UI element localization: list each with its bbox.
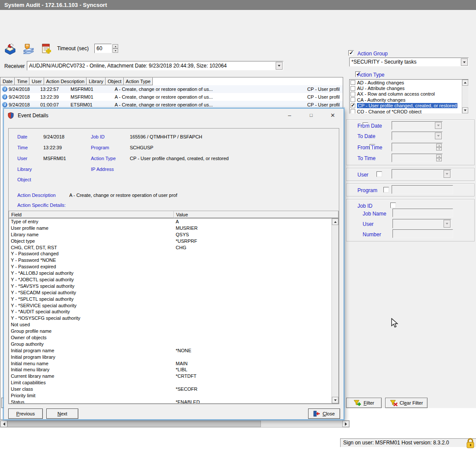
action-group-dropdown-button[interactable] bbox=[461, 58, 468, 66]
action-group-combobox[interactable]: *SECURITY - Security tasks bbox=[349, 58, 469, 67]
table-row[interactable]: i9/24/2018 01:00:07 ETSRM01 A - Create, … bbox=[0, 101, 343, 109]
action-type-option[interactable]: AD - Auditing changes bbox=[350, 80, 462, 85]
action-type-option[interactable]: CP - User profile changed, created, or r… bbox=[350, 103, 462, 109]
from-time-input[interactable] bbox=[392, 143, 443, 151]
scroll-down-button[interactable] bbox=[462, 107, 468, 113]
timeout-input[interactable]: 60 bbox=[94, 44, 112, 53]
detail-row[interactable]: Y - *AUDIT special authority bbox=[9, 309, 331, 315]
minimize-button[interactable]: – bbox=[283, 110, 296, 120]
detail-list-scrollbar[interactable] bbox=[331, 219, 338, 403]
to-time-input[interactable] bbox=[392, 154, 443, 162]
maximize-button[interactable]: □ bbox=[305, 110, 318, 120]
scroll-down-button[interactable] bbox=[332, 397, 338, 403]
column-header[interactable]: Action Description bbox=[44, 77, 87, 85]
detail-row[interactable]: Group authority bbox=[9, 341, 331, 347]
detail-row[interactable]: Not used bbox=[9, 322, 331, 328]
close-button[interactable]: Close bbox=[308, 408, 340, 419]
table-horizontal-scrollbar[interactable] bbox=[0, 420, 350, 428]
detail-row[interactable]: User profile name MUSRIER bbox=[9, 225, 331, 232]
option-checkbox[interactable] bbox=[351, 103, 355, 108]
action-group-checkbox[interactable] bbox=[348, 50, 354, 56]
field-column-header[interactable]: Field bbox=[9, 211, 174, 218]
detail-row[interactable]: Type of entry A bbox=[9, 219, 331, 225]
option-checkbox[interactable] bbox=[351, 92, 355, 96]
detail-row[interactable]: Group profile name bbox=[9, 328, 331, 334]
detail-row[interactable]: Initial program library bbox=[9, 354, 331, 360]
scrollbar-thumb[interactable] bbox=[7, 421, 261, 427]
to-date-dropdown-button[interactable] bbox=[435, 132, 442, 139]
clear-filter-button[interactable]: Clear Filter bbox=[385, 398, 428, 408]
table-row[interactable]: i9/24/2018 13:22:39 MSFRM01 A - Create, … bbox=[0, 93, 343, 101]
action-type-option[interactable]: AX - Row and column access control bbox=[350, 91, 462, 97]
from-date-dropdown-button[interactable] bbox=[435, 122, 442, 129]
detail-row[interactable]: Initial program name *NONE bbox=[9, 347, 331, 354]
next-button[interactable]: Next bbox=[46, 408, 78, 419]
to-time-stepper[interactable] bbox=[436, 154, 442, 161]
action-type-option[interactable]: CA - Authority changes bbox=[350, 97, 462, 103]
detail-row[interactable]: Y - *IOSYSCFG special authority bbox=[9, 315, 331, 322]
scroll-up-button[interactable] bbox=[332, 219, 338, 225]
program-checkbox[interactable] bbox=[383, 187, 389, 193]
job-user-combobox[interactable] bbox=[392, 219, 451, 228]
detail-row[interactable]: CHG, CRT, DST, RST CHG bbox=[9, 244, 331, 251]
detail-row[interactable]: Current library name *CRTDFT bbox=[9, 373, 331, 380]
user-dropdown-button[interactable] bbox=[444, 170, 450, 178]
option-checkbox[interactable] bbox=[351, 97, 355, 102]
detail-row[interactable]: Y - *ALLOBJ special authority bbox=[9, 270, 331, 277]
column-header[interactable]: Library bbox=[87, 77, 106, 85]
table-row[interactable]: i9/24/2018 13:22:57 MSFRM01 A - Create, … bbox=[0, 85, 343, 93]
job-number-input[interactable] bbox=[392, 229, 453, 238]
from-time-stepper[interactable] bbox=[436, 144, 442, 151]
job-name-input[interactable] bbox=[392, 209, 453, 217]
user-checkbox[interactable] bbox=[376, 171, 382, 177]
scroll-up-button[interactable] bbox=[462, 80, 468, 86]
column-header[interactable]: Date bbox=[0, 77, 15, 85]
receiver-dropdown-button[interactable] bbox=[276, 62, 283, 70]
detail-row[interactable]: Priority limit bbox=[9, 392, 331, 399]
detail-row[interactable]: User class *SECOFR bbox=[9, 386, 331, 392]
user-filter-combobox[interactable] bbox=[392, 169, 451, 179]
close-window-button[interactable]: ✕ bbox=[326, 110, 339, 120]
copy-stack-icon[interactable] bbox=[22, 42, 35, 55]
value-column-header[interactable]: Value bbox=[174, 211, 338, 218]
column-header[interactable]: Action Type bbox=[124, 77, 153, 85]
detail-row[interactable]: Y - *SPLCTL special authority bbox=[9, 296, 331, 302]
detail-row[interactable]: Y - *SECADM special authority bbox=[9, 289, 331, 296]
column-header[interactable]: Object bbox=[106, 77, 124, 85]
detail-row[interactable]: Y - Password *NONE bbox=[9, 257, 331, 264]
action-type-option[interactable]: AU - Attribute changes bbox=[350, 85, 462, 91]
timeout-up-button[interactable] bbox=[113, 44, 118, 48]
add-report-icon[interactable] bbox=[40, 42, 54, 55]
program-input[interactable] bbox=[392, 185, 453, 194]
detail-row[interactable]: Y - Password changed bbox=[9, 251, 331, 257]
detail-row[interactable]: Object type *USRPRF bbox=[9, 238, 331, 244]
option-checkbox[interactable] bbox=[351, 86, 355, 91]
detail-row[interactable]: Owner of objects bbox=[9, 334, 331, 341]
timeout-down-button[interactable] bbox=[113, 48, 118, 53]
detail-row[interactable]: Library name QSYS bbox=[9, 232, 331, 238]
detail-row[interactable]: Y - *SERVICE special authority bbox=[9, 302, 331, 309]
job-id-checkbox[interactable] bbox=[390, 203, 396, 208]
detail-row[interactable]: Initial menu library *LIBL bbox=[9, 367, 331, 373]
detail-row[interactable]: Status *ENABLED bbox=[9, 399, 331, 403]
detail-row[interactable]: Y - *JOBCTL special authority bbox=[9, 277, 331, 283]
scroll-left-button[interactable] bbox=[0, 421, 7, 427]
option-checkbox[interactable] bbox=[351, 80, 355, 85]
detail-row[interactable]: Y - Password expired bbox=[9, 264, 331, 270]
option-checkbox[interactable] bbox=[351, 109, 355, 114]
action-type-scrollbar[interactable] bbox=[462, 80, 468, 113]
receiver-combobox[interactable]: AUDJRN/AUDRCV0732 - Online, Attachment D… bbox=[27, 61, 283, 71]
timeout-stepper[interactable] bbox=[112, 44, 118, 53]
detail-row[interactable]: Y - *SAVSYS special authority bbox=[9, 283, 331, 289]
column-header[interactable]: User bbox=[29, 77, 44, 85]
previous-button[interactable]: Previous bbox=[8, 408, 43, 419]
job-user-dropdown-button[interactable] bbox=[444, 220, 450, 228]
filter-button[interactable]: Filter bbox=[346, 398, 382, 408]
journal-icon[interactable] bbox=[3, 42, 16, 55]
column-header[interactable]: Time bbox=[15, 77, 29, 85]
from-date-input[interactable] bbox=[392, 121, 443, 130]
action-type-option[interactable]: CQ - Change of *CRQD object bbox=[350, 109, 462, 114]
scroll-right-button[interactable] bbox=[342, 421, 349, 427]
detail-row[interactable]: Initial menu name MAIN bbox=[9, 360, 331, 367]
detail-row[interactable]: Limit capabilities bbox=[9, 380, 331, 386]
